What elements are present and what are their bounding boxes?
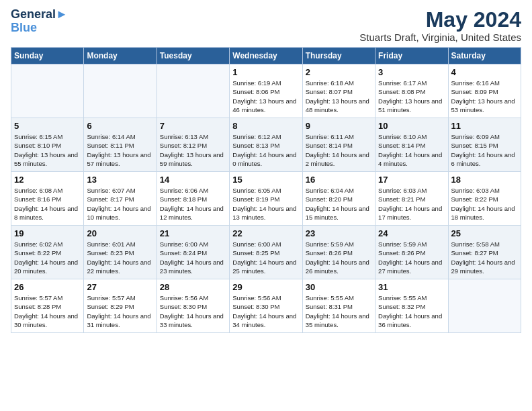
cell-info: Sunrise: 5:58 AM Sunset: 8:27 PM Dayligh… — [451, 240, 518, 275]
cell-info: Sunrise: 6:00 AM Sunset: 8:25 PM Dayligh… — [232, 240, 299, 275]
cell-info: Sunrise: 6:08 AM Sunset: 8:16 PM Dayligh… — [14, 186, 81, 222]
day-number: 25 — [451, 228, 518, 238]
table-row: 16Sunrise: 6:04 AM Sunset: 8:20 PM Dayli… — [302, 172, 375, 226]
day-number: 18 — [451, 175, 518, 185]
table-row: 27Sunrise: 5:57 AM Sunset: 8:29 PM Dayli… — [84, 279, 157, 333]
logo-text2: Blue — [11, 21, 68, 35]
table-row: 24Sunrise: 5:59 AM Sunset: 8:26 PM Dayli… — [375, 226, 448, 279]
cell-info: Sunrise: 5:56 AM Sunset: 8:30 PM Dayligh… — [160, 293, 226, 329]
cell-info: Sunrise: 6:02 AM Sunset: 8:22 PM Dayligh… — [14, 240, 81, 275]
table-row: 22Sunrise: 6:00 AM Sunset: 8:25 PM Dayli… — [230, 226, 302, 279]
calendar-week-row: 19Sunrise: 6:02 AM Sunset: 8:22 PM Dayli… — [11, 226, 521, 279]
cell-info: Sunrise: 6:14 AM Sunset: 8:11 PM Dayligh… — [87, 132, 153, 168]
header: General► Blue May 2024 Stuarts Draft, Vi… — [11, 8, 521, 43]
day-number: 20 — [87, 228, 153, 238]
cell-info: Sunrise: 5:55 AM Sunset: 8:32 PM Dayligh… — [378, 293, 445, 329]
cell-info: Sunrise: 5:56 AM Sunset: 8:30 PM Dayligh… — [232, 293, 299, 329]
table-row: 4Sunrise: 6:16 AM Sunset: 8:09 PM Daylig… — [448, 64, 521, 118]
table-row: 14Sunrise: 6:06 AM Sunset: 8:18 PM Dayli… — [157, 172, 229, 226]
cell-info: Sunrise: 6:03 AM Sunset: 8:22 PM Dayligh… — [451, 186, 518, 222]
day-number: 26 — [14, 282, 81, 292]
day-number: 30 — [306, 282, 372, 292]
day-number: 27 — [87, 282, 153, 292]
cell-info: Sunrise: 5:55 AM Sunset: 8:31 PM Dayligh… — [306, 293, 372, 329]
cell-info: Sunrise: 6:11 AM Sunset: 8:14 PM Dayligh… — [306, 132, 372, 168]
cell-info: Sunrise: 5:59 AM Sunset: 8:26 PM Dayligh… — [378, 240, 445, 275]
cell-info: Sunrise: 5:57 AM Sunset: 8:29 PM Dayligh… — [87, 293, 153, 329]
calendar-week-row: 26Sunrise: 5:57 AM Sunset: 8:28 PM Dayli… — [11, 279, 521, 333]
table-row: 21Sunrise: 6:00 AM Sunset: 8:24 PM Dayli… — [157, 226, 229, 279]
cell-info: Sunrise: 6:18 AM Sunset: 8:07 PM Dayligh… — [306, 79, 372, 114]
table-row: 10Sunrise: 6:10 AM Sunset: 8:14 PM Dayli… — [375, 118, 448, 172]
day-number: 13 — [87, 175, 153, 185]
cell-info: Sunrise: 6:07 AM Sunset: 8:17 PM Dayligh… — [87, 186, 153, 222]
table-row: 1Sunrise: 6:19 AM Sunset: 8:06 PM Daylig… — [230, 64, 302, 118]
table-row — [157, 64, 229, 118]
col-wednesday: Wednesday — [230, 48, 302, 64]
table-row: 13Sunrise: 6:07 AM Sunset: 8:17 PM Dayli… — [84, 172, 157, 226]
table-row: 17Sunrise: 6:03 AM Sunset: 8:21 PM Dayli… — [375, 172, 448, 226]
logo: General► Blue — [11, 8, 68, 35]
col-thursday: Thursday — [302, 48, 375, 64]
table-row: 7Sunrise: 6:13 AM Sunset: 8:12 PM Daylig… — [157, 118, 229, 172]
table-row — [84, 64, 157, 118]
subtitle: Stuarts Draft, Virginia, United States — [359, 32, 521, 43]
day-number: 29 — [232, 282, 299, 292]
col-sunday: Sunday — [11, 48, 84, 64]
day-number: 17 — [378, 175, 445, 185]
page: General► Blue May 2024 Stuarts Draft, Vi… — [0, 0, 532, 340]
table-row: 29Sunrise: 5:56 AM Sunset: 8:30 PM Dayli… — [230, 279, 302, 333]
day-number: 21 — [160, 228, 226, 238]
logo-text: General► — [11, 8, 68, 21]
main-title: May 2024 — [359, 8, 521, 32]
cell-info: Sunrise: 6:01 AM Sunset: 8:23 PM Dayligh… — [87, 240, 153, 275]
cell-info: Sunrise: 6:00 AM Sunset: 8:24 PM Dayligh… — [160, 240, 226, 275]
table-row: 3Sunrise: 6:17 AM Sunset: 8:08 PM Daylig… — [375, 64, 448, 118]
day-number: 3 — [378, 67, 445, 77]
day-number: 6 — [87, 121, 153, 131]
calendar: Sunday Monday Tuesday Wednesday Thursday… — [11, 47, 521, 333]
table-row: 28Sunrise: 5:56 AM Sunset: 8:30 PM Dayli… — [157, 279, 229, 333]
table-row: 26Sunrise: 5:57 AM Sunset: 8:28 PM Dayli… — [11, 279, 84, 333]
day-number: 5 — [14, 121, 81, 131]
day-number: 7 — [160, 121, 226, 131]
cell-info: Sunrise: 6:06 AM Sunset: 8:18 PM Dayligh… — [160, 186, 226, 222]
table-row: 18Sunrise: 6:03 AM Sunset: 8:22 PM Dayli… — [448, 172, 521, 226]
calendar-week-row: 1Sunrise: 6:19 AM Sunset: 8:06 PM Daylig… — [11, 64, 521, 118]
calendar-week-row: 5Sunrise: 6:15 AM Sunset: 8:10 PM Daylig… — [11, 118, 521, 172]
day-number: 24 — [378, 228, 445, 238]
col-monday: Monday — [84, 48, 157, 64]
table-row: 6Sunrise: 6:14 AM Sunset: 8:11 PM Daylig… — [84, 118, 157, 172]
day-number: 28 — [160, 282, 226, 292]
day-number: 1 — [232, 67, 299, 77]
day-number: 22 — [232, 228, 299, 238]
table-row: 20Sunrise: 6:01 AM Sunset: 8:23 PM Dayli… — [84, 226, 157, 279]
cell-info: Sunrise: 5:59 AM Sunset: 8:26 PM Dayligh… — [306, 240, 372, 275]
cell-info: Sunrise: 6:04 AM Sunset: 8:20 PM Dayligh… — [306, 186, 372, 222]
day-number: 15 — [232, 175, 299, 185]
day-number: 11 — [451, 121, 518, 131]
cell-info: Sunrise: 6:17 AM Sunset: 8:08 PM Dayligh… — [378, 79, 445, 114]
table-row — [448, 279, 521, 333]
day-number: 31 — [378, 282, 445, 292]
table-row: 23Sunrise: 5:59 AM Sunset: 8:26 PM Dayli… — [302, 226, 375, 279]
cell-info: Sunrise: 6:16 AM Sunset: 8:09 PM Dayligh… — [451, 79, 518, 114]
table-row: 2Sunrise: 6:18 AM Sunset: 8:07 PM Daylig… — [302, 64, 375, 118]
cell-info: Sunrise: 6:13 AM Sunset: 8:12 PM Dayligh… — [160, 132, 226, 168]
table-row: 25Sunrise: 5:58 AM Sunset: 8:27 PM Dayli… — [448, 226, 521, 279]
day-number: 4 — [451, 67, 518, 77]
table-row: 9Sunrise: 6:11 AM Sunset: 8:14 PM Daylig… — [302, 118, 375, 172]
col-saturday: Saturday — [448, 48, 521, 64]
table-row — [11, 64, 84, 118]
cell-info: Sunrise: 6:05 AM Sunset: 8:19 PM Dayligh… — [232, 186, 299, 222]
cell-info: Sunrise: 6:15 AM Sunset: 8:10 PM Dayligh… — [14, 132, 81, 168]
cell-info: Sunrise: 6:19 AM Sunset: 8:06 PM Dayligh… — [232, 79, 299, 114]
cell-info: Sunrise: 6:03 AM Sunset: 8:21 PM Dayligh… — [378, 186, 445, 222]
day-number: 9 — [306, 121, 372, 131]
day-number: 2 — [306, 67, 372, 77]
table-row: 8Sunrise: 6:12 AM Sunset: 8:13 PM Daylig… — [230, 118, 302, 172]
cell-info: Sunrise: 5:57 AM Sunset: 8:28 PM Dayligh… — [14, 293, 81, 329]
day-number: 16 — [306, 175, 372, 185]
cell-info: Sunrise: 6:12 AM Sunset: 8:13 PM Dayligh… — [232, 132, 299, 168]
table-row: 15Sunrise: 6:05 AM Sunset: 8:19 PM Dayli… — [230, 172, 302, 226]
